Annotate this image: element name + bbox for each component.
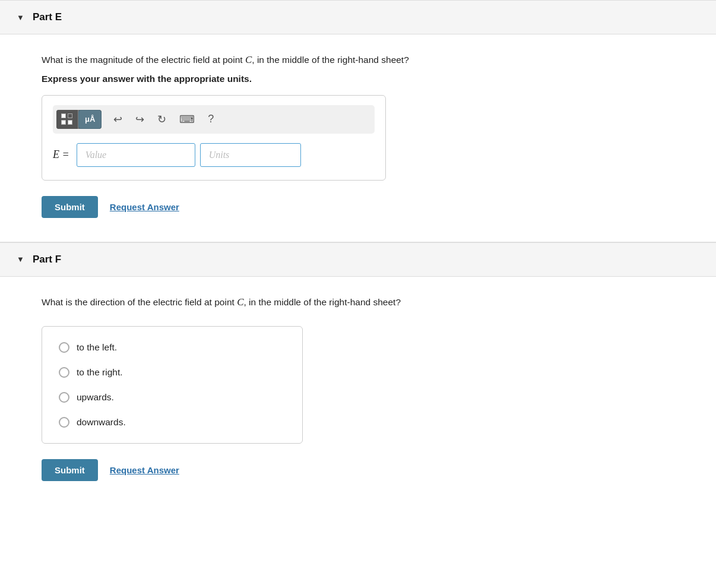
- value-input[interactable]: [77, 143, 195, 167]
- option-right[interactable]: to the right.: [54, 360, 290, 385]
- refresh-button[interactable]: ↻: [154, 110, 170, 128]
- help-button[interactable]: ?: [204, 110, 217, 128]
- part-e-submit-button[interactable]: Submit: [42, 196, 98, 218]
- part-f-submit-button[interactable]: Submit: [42, 459, 98, 481]
- part-e-chevron-icon: ▼: [17, 13, 24, 22]
- option-upwards-label: upwards.: [77, 392, 114, 403]
- part-e-toolbar: μÅ ↩ ↪ ↻ ⌨ ?: [53, 105, 375, 134]
- option-left[interactable]: to the left.: [54, 335, 290, 360]
- refresh-icon: ↻: [157, 113, 166, 126]
- option-upwards[interactable]: upwards.: [54, 385, 290, 410]
- radio-upwards-icon: [59, 392, 69, 403]
- part-f-header[interactable]: ▼ Part F: [0, 242, 716, 277]
- undo-button[interactable]: ↩: [110, 110, 126, 128]
- part-f-question: What is the direction of the electric fi…: [42, 295, 674, 310]
- mu-button[interactable]: μÅ: [78, 110, 102, 129]
- option-downwards-label: downwards.: [77, 417, 126, 428]
- part-f-title: Part F: [33, 254, 61, 265]
- grid-icon: [61, 113, 73, 125]
- units-input[interactable]: [200, 143, 301, 167]
- radio-right-icon: [59, 367, 69, 378]
- part-e-title: Part E: [33, 11, 62, 23]
- format-group: μÅ: [56, 110, 102, 129]
- eq-label: E =: [53, 148, 69, 161]
- undo-icon: ↩: [113, 113, 122, 126]
- part-e-section: ▼ Part E What is the magnitude of the el…: [0, 0, 716, 242]
- part-f-body: What is the direction of the electric fi…: [0, 277, 716, 505]
- keyboard-icon: ⌨: [179, 113, 195, 126]
- part-f-radio-box: to the left. to the right. upwards. down…: [42, 326, 303, 444]
- redo-button[interactable]: ↪: [132, 110, 148, 128]
- part-f-action-row: Submit Request Answer: [42, 459, 674, 481]
- keyboard-button[interactable]: ⌨: [176, 110, 198, 128]
- part-e-instruction: Express your answer with the appropriate…: [42, 74, 674, 84]
- part-e-answer-box: μÅ ↩ ↪ ↻ ⌨ ?: [42, 95, 386, 181]
- option-downwards[interactable]: downwards.: [54, 410, 290, 435]
- part-e-question: What is the magnitude of the electric fi…: [42, 52, 674, 68]
- option-left-label: to the left.: [77, 342, 117, 353]
- radio-left-icon: [59, 342, 69, 353]
- redo-icon: ↪: [135, 113, 144, 126]
- part-e-body: What is the magnitude of the electric fi…: [0, 34, 716, 242]
- part-f-chevron-icon: ▼: [17, 255, 24, 264]
- part-f-request-answer-link[interactable]: Request Answer: [110, 465, 179, 475]
- point-c-var-e: C: [245, 54, 252, 65]
- grid-icon-button[interactable]: [56, 110, 78, 129]
- radio-downwards-icon: [59, 417, 69, 428]
- mu-label: μÅ: [85, 115, 95, 124]
- part-e-header[interactable]: ▼ Part E: [0, 0, 716, 34]
- point-c-var-f: C: [237, 296, 243, 308]
- part-e-request-answer-link[interactable]: Request Answer: [110, 202, 179, 212]
- part-e-input-row: E =: [53, 143, 375, 167]
- part-e-action-row: Submit Request Answer: [42, 196, 674, 218]
- help-icon: ?: [208, 113, 214, 125]
- option-right-label: to the right.: [77, 367, 123, 378]
- part-f-section: ▼ Part F What is the direction of the el…: [0, 242, 716, 505]
